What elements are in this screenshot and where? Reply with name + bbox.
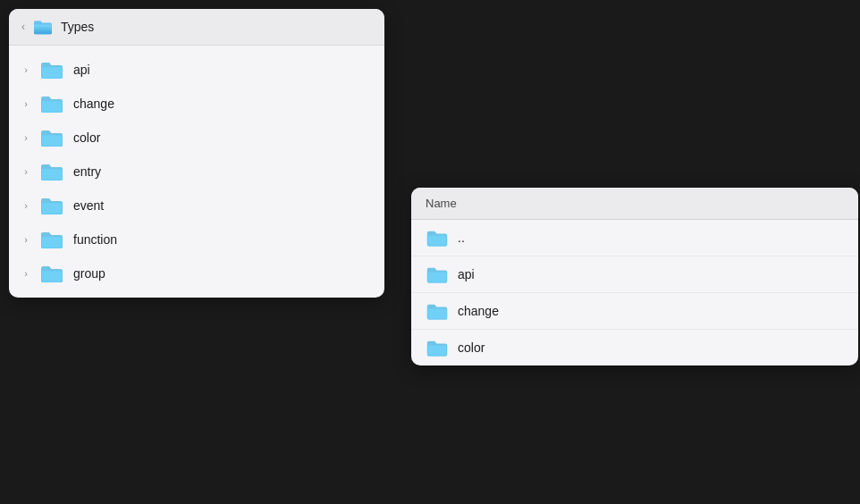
header-folder-icon (32, 18, 54, 36)
tree-item-chevron: › (21, 268, 30, 279)
tree-item-group[interactable]: › group (9, 256, 384, 290)
tree-folder-icon (39, 195, 64, 216)
left-panel-title: Types (61, 20, 372, 34)
tree-item-label: api (73, 63, 90, 77)
browser-folder-icon (426, 301, 449, 321)
tree-item-entry[interactable]: › entry (9, 155, 384, 189)
browser-item-label: api (458, 267, 475, 281)
browser-item-label: .. (458, 231, 465, 245)
tree-folder-icon (39, 161, 64, 182)
tree-item-label: function (73, 232, 117, 247)
tree-folder-icon (39, 127, 64, 148)
left-panel-header: ‹ Types (9, 9, 384, 46)
tree-item-label: change (73, 97, 114, 111)
tree-folder-icon (39, 263, 64, 284)
browser-item-color[interactable]: color (411, 330, 858, 365)
browser-list: .. api change (411, 220, 858, 365)
browser-header: Name (411, 188, 858, 220)
browser-item-label: color (458, 340, 485, 355)
tree-list: › api › change › (9, 46, 384, 298)
tree-folder-icon (39, 59, 64, 80)
tree-item-change[interactable]: › change (9, 87, 384, 121)
left-panel: ‹ Types › (9, 9, 384, 298)
browser-item-dotdotdotdot[interactable]: .. (411, 220, 858, 256)
tree-item-chevron: › (21, 64, 30, 75)
tree-item-chevron: › (21, 166, 30, 177)
browser-item-change[interactable]: change (411, 293, 858, 330)
browser-folder-icon (426, 265, 449, 284)
tree-item-chevron: › (21, 234, 30, 245)
tree-item-chevron: › (21, 200, 30, 211)
browser-item-api[interactable]: api (411, 256, 858, 293)
browser-folder-icon (426, 338, 449, 357)
tree-item-chevron: › (21, 98, 30, 109)
tree-item-label: color (73, 130, 100, 145)
tree-item-event[interactable]: › event (9, 189, 384, 223)
tree-item-label: entry (73, 164, 101, 179)
tree-item-function[interactable]: › function (9, 223, 384, 256)
tree-folder-icon (39, 229, 64, 250)
browser-folder-icon (426, 228, 449, 248)
tree-item-color[interactable]: › color (9, 121, 384, 155)
tree-item-chevron: › (21, 132, 30, 143)
tree-item-label: group (73, 266, 105, 281)
browser-item-label: change (458, 304, 499, 318)
right-panel: Name .. api (411, 188, 858, 365)
tree-folder-icon (39, 93, 64, 114)
name-column-header: Name (426, 197, 457, 210)
tree-item-label: event (73, 198, 104, 213)
tree-item-api[interactable]: › api (9, 53, 384, 87)
collapse-chevron[interactable]: ‹ (21, 21, 25, 33)
